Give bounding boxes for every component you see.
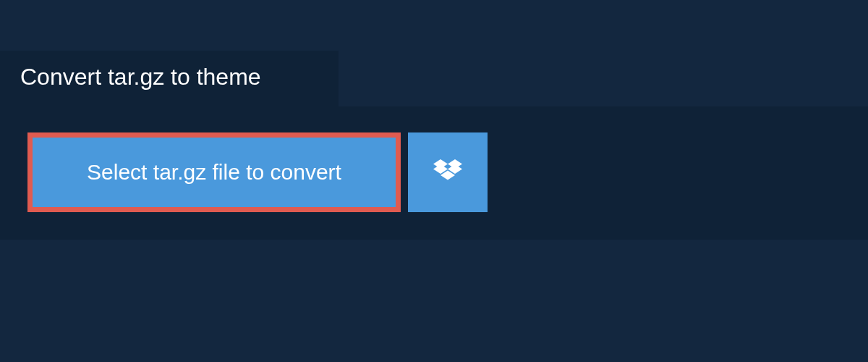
select-file-button[interactable]: Select tar.gz file to convert xyxy=(27,132,401,212)
upload-panel: Select tar.gz file to convert xyxy=(0,106,868,240)
dropbox-button[interactable] xyxy=(408,132,488,212)
page-title: Convert tar.gz to theme xyxy=(20,64,261,90)
button-row: Select tar.gz file to convert xyxy=(27,132,841,212)
page-title-tab: Convert tar.gz to theme xyxy=(0,51,339,106)
select-file-label: Select tar.gz file to convert xyxy=(87,160,341,185)
dropbox-icon xyxy=(433,159,462,185)
